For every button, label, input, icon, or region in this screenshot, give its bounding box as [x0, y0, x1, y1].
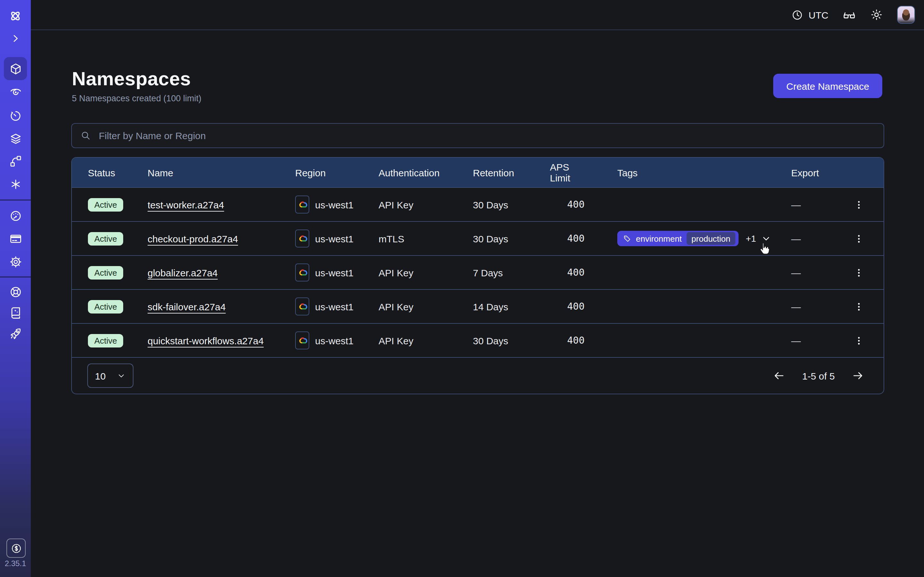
- table-row: Activetest-worker.a27a4us-west1API Key30…: [72, 187, 884, 221]
- header-name: Name: [148, 167, 295, 178]
- region-label: us-west1: [315, 233, 354, 244]
- table-footer: 10 1-5 of 5: [72, 357, 884, 394]
- search-icon: [80, 130, 91, 141]
- support-lifebuoy-icon[interactable]: [0, 285, 31, 299]
- row-menu-kebab-icon: [853, 301, 864, 312]
- tags-expand-button[interactable]: [761, 234, 771, 243]
- table-row: Activequickstart-workflows.a27a4us-west1…: [72, 323, 884, 357]
- export-cell: —: [784, 334, 884, 347]
- row-menu-kebab-icon: [853, 335, 864, 346]
- aps-limit-cell: 400: [550, 233, 585, 244]
- table-row: Activesdk-failover.a27a4us-west1API Key1…: [72, 289, 884, 323]
- aps-limit-cell: 400: [550, 199, 585, 210]
- retention-cell: 14 Days: [473, 301, 550, 312]
- export-empty-dash: —: [791, 199, 801, 210]
- namespaces-cube-icon[interactable]: [0, 62, 31, 76]
- export-cell: —: [784, 266, 884, 279]
- docs-book-icon[interactable]: [0, 306, 31, 319]
- header-authentication: Authentication: [379, 167, 473, 178]
- aps-limit-cell: 400: [550, 335, 585, 346]
- replays-eye-icon[interactable]: [0, 85, 31, 98]
- gcp-region-icon: [297, 235, 307, 242]
- aps-limit-cell: 400: [550, 301, 585, 312]
- pricing-dollar-badge-icon[interactable]: [6, 538, 26, 558]
- row-menu-kebab-icon: [853, 267, 864, 278]
- header-export: Export: [784, 167, 884, 178]
- batch-asterisk-icon[interactable]: [0, 177, 31, 191]
- schedules-timer-icon[interactable]: [0, 109, 31, 122]
- region-label: us-west1: [315, 301, 354, 312]
- header-retention: Retention: [473, 167, 550, 178]
- tag-chip[interactable]: environmentproduction: [617, 231, 739, 246]
- settings-gear-icon[interactable]: [0, 255, 31, 269]
- theme-sun-icon[interactable]: [870, 8, 883, 21]
- row-menu-kebab-icon: [853, 233, 864, 244]
- timezone-selector[interactable]: UTC: [791, 9, 829, 21]
- sidebar-divider: [0, 199, 31, 201]
- row-menu-button[interactable]: [852, 300, 866, 313]
- retention-cell: 30 Days: [473, 335, 550, 346]
- table-row: Activecheckout-prod.a27a4us-west1mTLS30 …: [72, 221, 884, 255]
- export-empty-dash: —: [791, 335, 801, 346]
- tags-expand-chevron-icon: [761, 234, 771, 243]
- namespace-link[interactable]: checkout-prod.a27a4: [148, 233, 238, 244]
- gcp-region-icon: [297, 337, 307, 344]
- auth-cell: API Key: [379, 199, 473, 210]
- export-empty-dash: —: [791, 233, 801, 244]
- namespaces-table: Status Name Region Authentication Retent…: [71, 157, 884, 394]
- export-cell: —: [784, 300, 884, 313]
- getting-started-rocket-icon[interactable]: [0, 327, 31, 340]
- auth-cell: mTLS: [379, 233, 473, 244]
- region-label: us-west1: [315, 335, 354, 346]
- gcp-provider-box: [295, 298, 309, 316]
- temporal-logo-icon: [0, 9, 31, 23]
- billing-card-icon[interactable]: [0, 232, 31, 245]
- tag-more-count: +1: [746, 234, 756, 243]
- tag-key: environment: [636, 234, 682, 243]
- namespace-link[interactable]: sdk-failover.a27a4: [148, 301, 226, 312]
- row-menu-kebab-icon: [853, 199, 864, 210]
- reader-glasses-icon[interactable]: [843, 8, 856, 21]
- app-version: 2.35.1: [0, 559, 31, 568]
- export-cell: —: [784, 232, 884, 245]
- tag-value: production: [686, 232, 735, 245]
- aps-limit-cell: 400: [550, 267, 585, 278]
- tags-cell: environmentproduction+1: [585, 231, 784, 246]
- status-badge: Active: [88, 198, 124, 211]
- filter-input[interactable]: [97, 129, 875, 142]
- expand-sidebar-chevron-icon[interactable]: [0, 32, 31, 45]
- timezone-label: UTC: [809, 9, 829, 20]
- auth-cell: API Key: [379, 335, 473, 346]
- chevron-down-icon: [117, 371, 126, 380]
- row-menu-button[interactable]: [852, 198, 866, 211]
- namespace-link[interactable]: test-worker.a27a4: [148, 199, 224, 210]
- gcp-provider-box: [295, 229, 309, 247]
- status-badge: Active: [88, 334, 124, 347]
- gcp-provider-box: [295, 195, 309, 213]
- retention-cell: 30 Days: [473, 233, 550, 244]
- user-avatar[interactable]: [897, 6, 915, 24]
- page-subtitle: 5 Namespaces created (100 limit): [72, 93, 202, 103]
- create-namespace-button[interactable]: Create Namespace: [773, 74, 882, 98]
- arrow-right-icon: [851, 369, 864, 382]
- page-title: Namespaces: [72, 68, 191, 90]
- row-menu-button[interactable]: [852, 266, 866, 279]
- namespace-link[interactable]: quickstart-workflows.a27a4: [148, 335, 264, 346]
- prev-page-button[interactable]: [772, 369, 785, 382]
- retention-cell: 7 Days: [473, 267, 550, 278]
- deployments-layers-icon[interactable]: [0, 132, 31, 145]
- export-empty-dash: —: [791, 301, 801, 312]
- table-body: Activetest-worker.a27a4us-west1API Key30…: [72, 187, 884, 357]
- page-size-select[interactable]: 10: [87, 364, 134, 388]
- row-menu-button[interactable]: [852, 232, 866, 245]
- usage-gauge-icon[interactable]: [0, 209, 31, 222]
- nexus-branch-icon[interactable]: [0, 155, 31, 168]
- gcp-region-icon: [297, 201, 307, 208]
- gcp-region-icon: [297, 269, 307, 276]
- region-label: us-west1: [315, 199, 354, 210]
- sidebar: 2.35.1: [0, 0, 31, 577]
- row-menu-button[interactable]: [852, 334, 866, 347]
- gcp-provider-box: [295, 263, 309, 282]
- next-page-button[interactable]: [851, 369, 864, 382]
- namespace-link[interactable]: globalizer.a27a4: [148, 267, 218, 278]
